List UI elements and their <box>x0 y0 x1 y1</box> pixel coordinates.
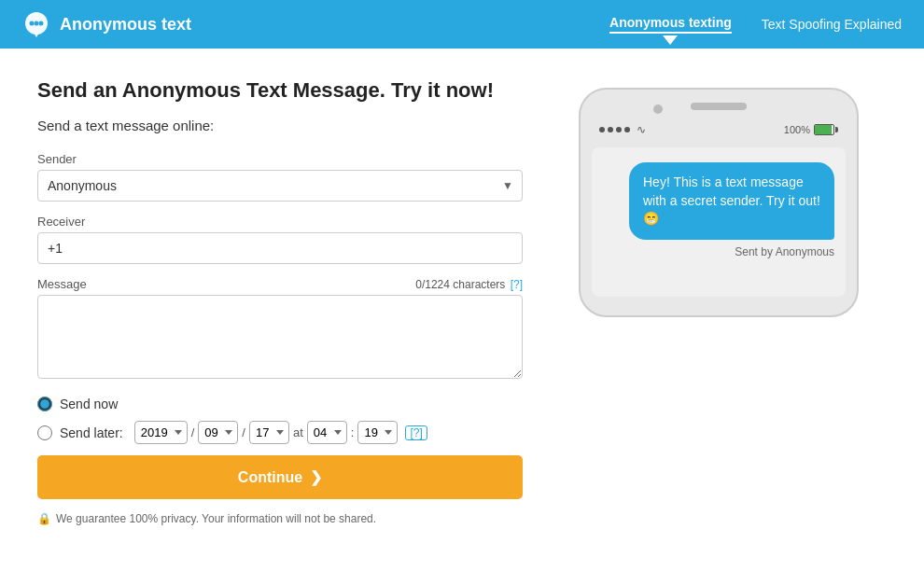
page-title: Send an Anonymous Text Message. Try it n… <box>37 78 523 103</box>
sender-field-group: Sender Anonymous ▼ <box>37 152 523 202</box>
message-header: Message 0/1224 characters [?] <box>37 277 523 291</box>
svg-point-1 <box>30 21 35 26</box>
phone-mockup: ∿ 100% Hey! This is a text message with … <box>579 88 859 317</box>
left-panel: Send an Anonymous Text Message. Try it n… <box>37 78 523 525</box>
battery-label: 100% <box>784 124 810 135</box>
battery-info: 100% <box>784 124 838 135</box>
sent-by: Sent by Anonymous <box>603 245 834 258</box>
signal-dot-3 <box>616 127 622 132</box>
message-bubble: Hey! This is a text message with a secre… <box>629 162 834 240</box>
wifi-icon: ∿ <box>637 123 646 136</box>
header-nav: Anonymous texting Text Spoofing Explaine… <box>609 15 902 34</box>
phone-top <box>592 103 846 110</box>
lock-icon: 🔒 <box>37 512 51 525</box>
right-panel: ∿ 100% Hey! This is a text message with … <box>560 78 877 525</box>
send-now-radio[interactable] <box>37 397 52 411</box>
logo-icon <box>22 10 50 38</box>
send-later-radio[interactable] <box>37 425 52 440</box>
phone-camera <box>653 104 663 114</box>
battery-fill <box>815 125 832 134</box>
schedule-month-select[interactable]: 09 <box>198 421 238 444</box>
message-field-group: Message 0/1224 characters [?] <box>37 277 523 382</box>
continue-label: Continue <box>238 469 302 486</box>
signal-dot-4 <box>624 127 630 132</box>
signal-dot-2 <box>608 127 613 132</box>
schedule-dropdowns: 2019 / 09 / 17 at 04 : 1 <box>134 421 427 444</box>
sep-colon: : <box>351 425 355 439</box>
char-count: 0/1224 characters [?] <box>415 278 523 291</box>
privacy-text: We guarantee 100% privacy. Your informat… <box>56 512 376 525</box>
main-content: Send an Anonymous Text Message. Try it n… <box>0 49 924 555</box>
sep-slash-1: / <box>191 425 195 439</box>
phone-status-bar: ∿ 100% <box>592 119 846 140</box>
send-now-row: Send now <box>37 397 523 411</box>
message-textarea[interactable] <box>37 295 523 379</box>
battery-icon <box>814 124 838 135</box>
receiver-label: Receiver <box>37 215 523 229</box>
sep-at: at <box>293 425 303 439</box>
schedule-minute-select[interactable]: 19 <box>357 421 398 444</box>
schedule-hour-select[interactable]: 04 <box>307 421 347 444</box>
svg-marker-4 <box>34 33 39 37</box>
logo: Anonymous text <box>22 10 609 38</box>
battery-tip <box>835 127 838 132</box>
signal-dot-1 <box>599 127 605 132</box>
phone-screen: Hey! This is a text message with a secre… <box>592 147 846 297</box>
logo-text: Anonymous text <box>60 15 191 35</box>
char-help-link[interactable]: [?] <box>511 278 523 291</box>
send-later-label[interactable]: Send later: <box>60 425 123 440</box>
subtitle: Send a text message online: <box>37 118 523 133</box>
battery-body <box>814 124 834 135</box>
receiver-field-group: Receiver <box>37 215 523 264</box>
continue-arrow: ❯ <box>310 468 322 486</box>
schedule-year-select[interactable]: 2019 <box>134 421 188 444</box>
schedule-day-select[interactable]: 17 <box>249 421 289 444</box>
send-now-label[interactable]: Send now <box>60 397 118 411</box>
header: Anonymous text Anonymous texting Text Sp… <box>0 0 924 49</box>
message-label: Message <box>37 277 87 291</box>
svg-point-3 <box>39 21 44 26</box>
sep-slash-2: / <box>242 425 245 439</box>
svg-point-2 <box>35 21 39 26</box>
send-later-row: Send later: 2019 / 09 / 17 at 04 <box>37 421 523 444</box>
nav-text-spoofing[interactable]: Text Spoofing Explained <box>762 17 902 32</box>
privacy-note: 🔒 We guarantee 100% privacy. Your inform… <box>37 512 523 525</box>
phone-speaker <box>691 103 747 110</box>
status-dots: ∿ <box>599 123 646 136</box>
schedule-help-badge[interactable]: [?] <box>405 425 427 440</box>
sender-label: Sender <box>37 152 523 166</box>
nav-anonymous-texting[interactable]: Anonymous texting <box>609 15 732 34</box>
receiver-input[interactable] <box>37 232 523 264</box>
sender-select-wrapper: Anonymous ▼ <box>37 170 523 202</box>
radio-options: Send now Send later: 2019 / 09 / 17 <box>37 397 523 444</box>
sender-select[interactable]: Anonymous <box>37 170 523 202</box>
continue-button[interactable]: Continue ❯ <box>37 455 523 499</box>
